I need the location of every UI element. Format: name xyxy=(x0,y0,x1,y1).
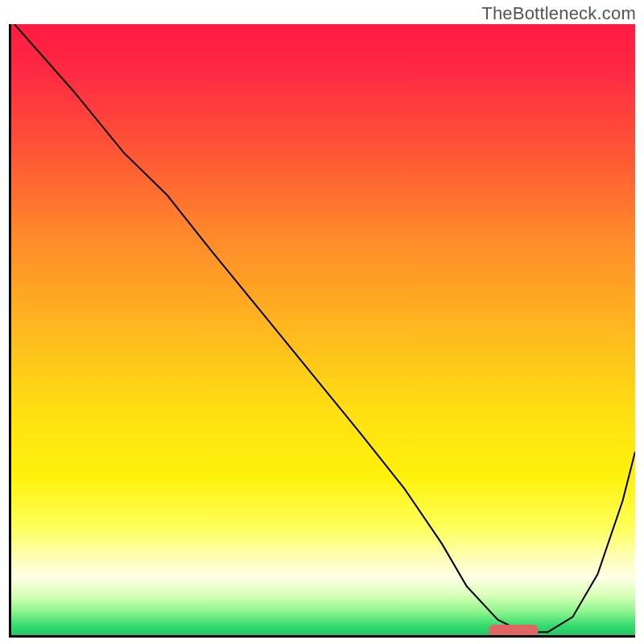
plot-area xyxy=(9,24,635,638)
background-rect xyxy=(11,24,635,635)
watermark-text: TheBottleneck.com xyxy=(481,3,636,24)
chart-svg xyxy=(11,24,635,635)
plot-inner xyxy=(11,24,635,635)
chart-container: TheBottleneck.com xyxy=(0,0,644,644)
optimal-range-marker xyxy=(489,625,539,635)
